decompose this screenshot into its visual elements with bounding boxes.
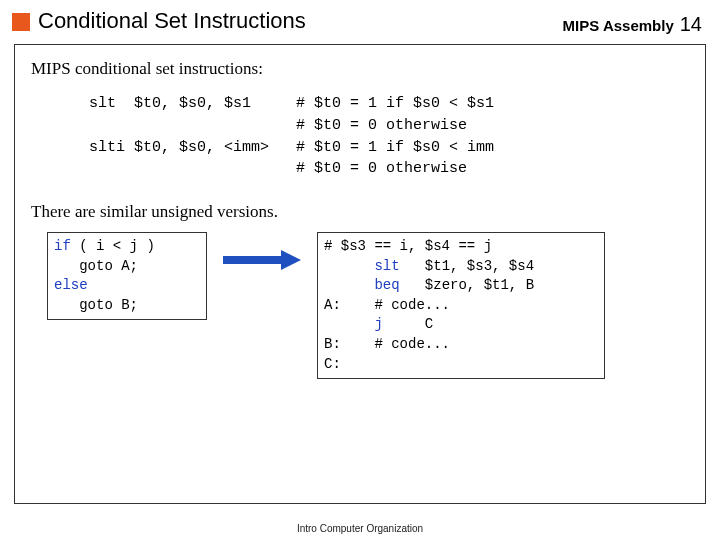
asm-l5b: C: [383, 316, 433, 332]
section-label: MIPS Assembly: [563, 17, 674, 34]
src-l1b: ( i < j ): [71, 238, 155, 254]
code-box-asm: # $s3 == i, $s4 == j slt $t1, $s3, $s4 b…: [317, 232, 605, 379]
asm-j: j: [374, 316, 382, 332]
slide-header: Conditional Set Instructions MIPS Assemb…: [0, 0, 720, 42]
bullet-icon: [12, 13, 30, 31]
page-number: 14: [680, 13, 702, 36]
asm-beq: beq: [374, 277, 399, 293]
content-frame: MIPS conditional set instructions: slt $…: [14, 44, 706, 504]
code-block-main: slt $t0, $s0, $s1 # $t0 = 1 if $s0 < $s1…: [89, 93, 689, 180]
svg-marker-1: [281, 250, 301, 270]
asm-l7: C:: [324, 356, 341, 372]
note-text: There are similar unsigned versions.: [31, 202, 689, 222]
src-l2: goto A;: [54, 258, 138, 274]
kw-if: if: [54, 238, 71, 254]
svg-rect-0: [223, 256, 281, 264]
asm-l6: B: # code...: [324, 336, 450, 352]
src-l4: goto B;: [54, 297, 138, 313]
footer-text: Intro Computer Organization: [0, 523, 720, 534]
title-group: Conditional Set Instructions: [12, 8, 306, 34]
header-right: MIPS Assembly 14: [563, 13, 702, 36]
subheading: MIPS conditional set instructions:: [31, 59, 689, 79]
code-box-source: if ( i < j ) goto A; else goto B;: [47, 232, 207, 320]
slide: Conditional Set Instructions MIPS Assemb…: [0, 0, 720, 540]
asm-l4: A: # code...: [324, 297, 450, 313]
example-row: if ( i < j ) goto A; else goto B; # $s3 …: [31, 232, 689, 379]
arrow-icon: [219, 232, 305, 270]
asm-l1: # $s3 == i, $s4 == j: [324, 238, 492, 254]
kw-else: else: [54, 277, 88, 293]
asm-l3b: $zero, $t1, B: [400, 277, 534, 293]
slide-title: Conditional Set Instructions: [38, 8, 306, 34]
asm-l2b: $t1, $s3, $s4: [400, 258, 534, 274]
asm-slt: slt: [374, 258, 399, 274]
